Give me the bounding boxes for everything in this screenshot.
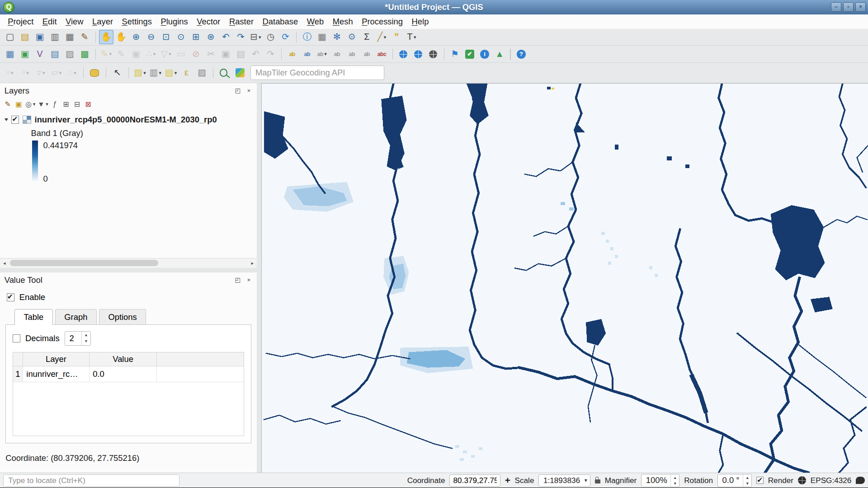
select-by-expression-button[interactable]: ε: [179, 66, 193, 80]
manage-map-themes-button[interactable]: ◎▾: [24, 99, 37, 109]
web-services-button[interactable]: [426, 47, 440, 61]
menu-plugins[interactable]: Plugins: [156, 15, 193, 28]
dropdown-arrow-icon[interactable]: ▾: [384, 34, 387, 40]
options-toolbox-button[interactable]: ⚙: [344, 30, 359, 44]
dropdown-arrow-icon[interactable]: ▾: [33, 101, 36, 107]
close-panel-button[interactable]: ×: [245, 87, 252, 94]
render-checkbox[interactable]: [756, 477, 764, 484]
float-panel-button[interactable]: ◰: [234, 277, 241, 284]
maptiler-button[interactable]: [233, 66, 247, 80]
dropdown-arrow-icon[interactable]: ▾: [143, 70, 146, 76]
extents-toggle-icon[interactable]: [505, 475, 510, 486]
geocoding-input[interactable]: [250, 66, 384, 80]
menu-processing[interactable]: Processing: [357, 15, 407, 28]
new-geopackage-layer-button[interactable]: ▣: [18, 47, 32, 61]
undo-button[interactable]: ↶: [249, 47, 263, 61]
add-group-button[interactable]: ▣: [13, 99, 24, 109]
new-spatialite-layer-button[interactable]: ▤: [47, 47, 62, 61]
open-project-button[interactable]: ▤: [18, 30, 32, 44]
dropdown-arrow-icon[interactable]: ▾: [169, 51, 171, 57]
temporal-controller-button[interactable]: ◷: [264, 30, 278, 44]
new-temporary-scratch-layer-button[interactable]: ▨: [62, 47, 77, 61]
data-source-manager-button[interactable]: ▦: [3, 47, 17, 61]
menu-help[interactable]: Help: [407, 15, 433, 28]
db-manager-button[interactable]: [87, 66, 102, 80]
decimals-checkbox[interactable]: [13, 334, 20, 342]
pointer-tool-button[interactable]: ↖: [110, 66, 124, 80]
modify-attributes-button[interactable]: ▭: [174, 47, 188, 61]
scale-combo[interactable]: 1:1893836: [538, 474, 590, 487]
geocoding-search-button[interactable]: [217, 66, 232, 80]
scroll-left-icon[interactable]: ◂: [0, 260, 9, 266]
zoom-to-layer-button[interactable]: ⊞: [189, 30, 203, 44]
menu-settings[interactable]: Settings: [118, 15, 156, 28]
rotate-label-button[interactable]: ab: [360, 47, 374, 61]
remove-layer-button[interactable]: ⊠: [83, 99, 94, 109]
tab-graph[interactable]: Graph: [55, 309, 97, 324]
zoom-in-button[interactable]: ⊕: [129, 30, 143, 44]
spinner-arrows-icon[interactable]: [81, 332, 90, 345]
dropdown-arrow-icon[interactable]: ▾: [259, 34, 261, 40]
copy-move-feature-button[interactable]: ▫▾: [18, 66, 33, 80]
new-virtual-layer-button[interactable]: ▩: [77, 47, 92, 61]
open-attribute-table-button[interactable]: ▦: [315, 30, 329, 44]
text-annotation-button[interactable]: T▾: [405, 30, 419, 44]
geometry-checker-button[interactable]: ✔: [462, 47, 477, 61]
measure-button[interactable]: ╱▾: [375, 30, 389, 44]
help-button[interactable]: ?: [514, 47, 528, 61]
spinner-arrows-icon[interactable]: [670, 474, 679, 487]
dropdown-arrow-icon[interactable]: ▾: [11, 70, 14, 76]
new-project-button[interactable]: ▢: [3, 30, 17, 44]
processing-toolbox-button[interactable]: ✻: [330, 30, 344, 44]
current-edits-button[interactable]: ✎▾: [99, 47, 113, 61]
dropdown-arrow-icon[interactable]: ▾: [74, 70, 76, 76]
dropdown-arrow-icon[interactable]: ▾: [159, 70, 161, 76]
layout-manager-button[interactable]: ▦: [62, 30, 77, 44]
scroll-right-icon[interactable]: ▸: [248, 260, 257, 266]
deselect-all-button[interactable]: ▤▾: [164, 66, 178, 80]
menu-layer[interactable]: Layer: [88, 15, 118, 28]
dropdown-arrow-icon[interactable]: ▾: [153, 51, 156, 57]
dropdown-arrow-icon[interactable]: ▾: [414, 34, 416, 40]
crs-globe-icon[interactable]: [798, 476, 806, 484]
pin-labels-button[interactable]: ab▾: [315, 47, 329, 61]
osm-place-search-button[interactable]: [411, 47, 425, 61]
open-layer-styling-button[interactable]: ✎: [2, 99, 13, 109]
metadata-info-button[interactable]: i: [477, 47, 492, 61]
filter-legend-button[interactable]: ▼▾: [37, 99, 50, 109]
move-feature-button[interactable]: ▫▾: [3, 66, 17, 80]
add-ring-button[interactable]: ◌▾: [65, 66, 79, 80]
lock-scale-icon[interactable]: [595, 479, 600, 484]
panel-splitter[interactable]: [0, 268, 257, 272]
copy-features-button[interactable]: ▣: [218, 47, 233, 61]
rotate-feature-button[interactable]: ▿▾: [34, 66, 48, 80]
redo-button[interactable]: ↷: [264, 47, 278, 61]
qgis2web-button[interactable]: ⚑: [448, 47, 462, 61]
dropdown-arrow-icon[interactable]: ▾: [324, 51, 327, 57]
magnifier-spinner[interactable]: 100%: [641, 474, 679, 487]
dropdown-arrow-icon[interactable]: ▾: [26, 70, 29, 76]
dropdown-arrow-icon[interactable]: ▾: [46, 101, 48, 107]
menu-vector[interactable]: Vector: [193, 15, 225, 28]
menu-database[interactable]: Database: [258, 15, 302, 28]
menu-edit[interactable]: Edit: [38, 15, 61, 28]
messages-button[interactable]: [856, 477, 865, 484]
scrollbar-track[interactable]: [9, 258, 248, 268]
epsg-label[interactable]: EPSG:4326: [811, 476, 851, 485]
layer-tree-item[interactable]: inunriver_rcp4p5_00000NorESM1-M_2030_rp0: [3, 113, 257, 126]
table-row[interactable]: 1inunriver_rc…0.0: [13, 366, 244, 382]
close-button[interactable]: ×: [855, 2, 866, 12]
dropdown-arrow-icon[interactable]: ▾: [175, 70, 177, 76]
save-project-button[interactable]: ▣: [33, 30, 47, 44]
dropdown-arrow-icon[interactable]: ▾: [42, 70, 45, 76]
layer-labeling-button[interactable]: ab: [285, 47, 299, 61]
move-label-button[interactable]: ab: [344, 47, 359, 61]
expander-icon[interactable]: [5, 118, 8, 121]
vertex-tool-button[interactable]: ▽▾: [159, 47, 173, 61]
map-splitter[interactable]: [257, 83, 261, 473]
coordinate-input[interactable]: [449, 474, 500, 487]
paste-features-button[interactable]: ▤: [233, 47, 248, 61]
delete-selected-button[interactable]: ⊘: [189, 47, 203, 61]
style-manager-button[interactable]: ✎: [77, 30, 92, 44]
pan-to-selection-button[interactable]: ✋: [114, 30, 128, 44]
